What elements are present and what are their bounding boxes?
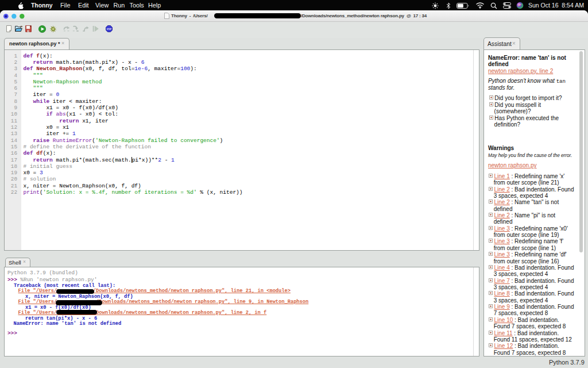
svg-text:STOP: STOP — [107, 28, 111, 30]
